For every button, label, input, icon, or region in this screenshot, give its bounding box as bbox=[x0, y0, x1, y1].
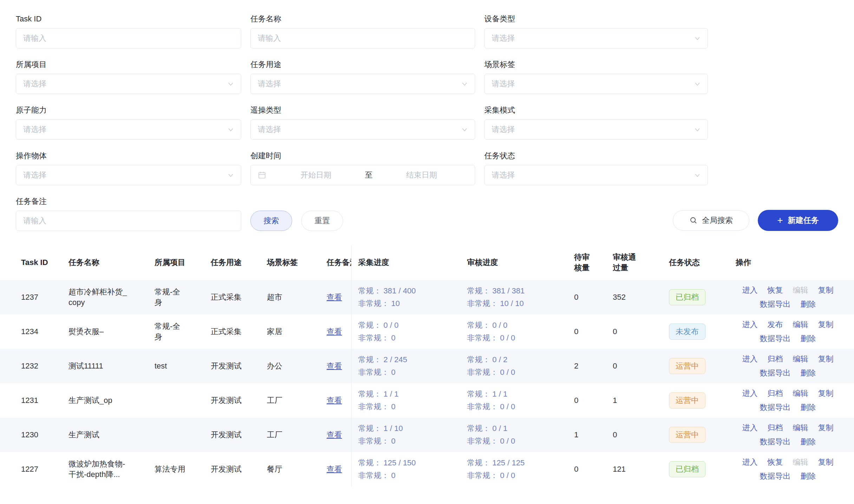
cell-approved-count: 121 bbox=[613, 464, 669, 475]
action-link[interactable]: 归档 bbox=[768, 354, 783, 364]
create-time-range-picker[interactable]: 开始日期 至 结束日期 bbox=[250, 165, 475, 185]
action-link[interactable]: 进入 bbox=[742, 388, 758, 399]
cell-pending-count: 0 bbox=[574, 395, 613, 406]
action-link[interactable]: 进入 bbox=[742, 285, 758, 296]
filter-task-status: 任务状态 请选择 bbox=[484, 151, 708, 185]
atomic-ability-select[interactable]: 请选择 bbox=[16, 119, 241, 140]
cell-project: 算法专用 bbox=[155, 464, 211, 475]
cell-review-progress: 常规： 125 / 125非常规： 0 / 0 bbox=[467, 457, 574, 482]
filter-task-name: 任务名称 bbox=[250, 14, 475, 48]
view-remark-link[interactable]: 查看 bbox=[327, 292, 342, 303]
action-link[interactable]: 数据导出 bbox=[760, 333, 791, 344]
view-remark-link[interactable]: 查看 bbox=[327, 430, 342, 440]
cell-task-name: 测试11111 bbox=[68, 361, 155, 371]
purpose-select[interactable]: 请选择 bbox=[250, 74, 475, 94]
table-body: 1237 超市冷鲜柜补货_copy 常规-全身 正式采集 超市 查看 常规： 3… bbox=[0, 280, 854, 486]
action-link[interactable]: 复制 bbox=[818, 354, 834, 364]
action-link[interactable]: 复制 bbox=[818, 388, 834, 399]
cell-collect-progress: 常规： 381 / 400非常规： 10 bbox=[358, 285, 467, 310]
filter-label: 原子能力 bbox=[16, 105, 241, 115]
cell-purpose: 正式采集 bbox=[211, 292, 267, 303]
view-remark-link[interactable]: 查看 bbox=[327, 361, 342, 371]
teleop-type-select[interactable]: 请选择 bbox=[250, 119, 475, 140]
action-link[interactable]: 删除 bbox=[801, 437, 816, 447]
reset-button[interactable]: 重置 bbox=[301, 211, 343, 231]
create-task-button[interactable]: + 新建任务 bbox=[758, 210, 838, 231]
cell-collect-progress: 常规： 125 / 150非常规： 0 bbox=[358, 457, 467, 482]
action-link[interactable]: 恢复 bbox=[768, 285, 783, 296]
table-row: 1230 生产测试 开发测试 工厂 查看 常规： 1 / 10非常规： 0 常规… bbox=[0, 418, 854, 452]
action-link[interactable]: 编辑 bbox=[793, 423, 808, 433]
status-badge: 已归档 bbox=[669, 461, 705, 477]
cell-actions: 进入恢复编辑复制数据导出删除 bbox=[736, 285, 847, 310]
view-remark-link[interactable]: 查看 bbox=[327, 395, 342, 406]
cell-approved-count: 0 bbox=[613, 326, 669, 337]
action-link[interactable]: 进入 bbox=[742, 457, 758, 467]
view-remark-link[interactable]: 查看 bbox=[327, 326, 342, 337]
action-link[interactable]: 删除 bbox=[801, 368, 816, 378]
cell-approved-count: 352 bbox=[613, 292, 669, 303]
action-link[interactable]: 恢复 bbox=[768, 457, 783, 467]
action-link[interactable]: 数据导出 bbox=[760, 402, 791, 413]
global-search-button[interactable]: 全局搜索 bbox=[673, 210, 749, 231]
filter-label: 场景标签 bbox=[484, 60, 708, 69]
action-link[interactable]: 归档 bbox=[768, 423, 783, 433]
search-button[interactable]: 搜索 bbox=[250, 211, 292, 231]
task-id-input[interactable] bbox=[23, 34, 234, 43]
table-row: 1227 微波炉加热食物-干扰-depth降... 算法专用 开发测试 餐厅 查… bbox=[0, 452, 854, 486]
scene-tag-select[interactable]: 请选择 bbox=[484, 74, 708, 94]
filter-task-remark: 任务备注 bbox=[16, 197, 241, 231]
cell-task-name: 超市冷鲜柜补货_copy bbox=[68, 287, 155, 308]
cell-review-progress: 常规： 0 / 0非常规： 0 / 0 bbox=[467, 319, 574, 344]
action-link[interactable]: 删除 bbox=[801, 402, 816, 413]
cell-scene: 办公 bbox=[267, 361, 327, 371]
action-link[interactable]: 数据导出 bbox=[760, 471, 791, 482]
action-link[interactable]: 复制 bbox=[818, 457, 834, 467]
action-link[interactable]: 复制 bbox=[818, 423, 834, 433]
action-link[interactable]: 进入 bbox=[742, 423, 758, 433]
start-date-placeholder[interactable]: 开始日期 bbox=[270, 170, 362, 180]
action-link[interactable]: 发布 bbox=[768, 319, 783, 330]
col-header-status: 任务状态 bbox=[669, 257, 736, 268]
action-link[interactable]: 删除 bbox=[801, 471, 816, 482]
project-select[interactable]: 请选择 bbox=[16, 74, 241, 94]
cell-review-progress: 常规： 381 / 381非常规： 10 / 10 bbox=[467, 285, 574, 310]
action-link[interactable]: 编辑 bbox=[793, 319, 808, 330]
operate-object-select[interactable]: 请选择 bbox=[16, 165, 241, 185]
action-link[interactable]: 复制 bbox=[818, 319, 834, 330]
action-link[interactable]: 归档 bbox=[768, 388, 783, 399]
chevron-down-icon bbox=[694, 81, 701, 87]
action-link[interactable]: 进入 bbox=[742, 354, 758, 364]
action-link[interactable]: 编辑 bbox=[793, 388, 808, 399]
device-type-select[interactable]: 请选择 bbox=[484, 28, 708, 48]
action-link[interactable]: 删除 bbox=[801, 333, 816, 344]
filter-collect-mode: 采集模式 请选择 bbox=[484, 105, 708, 140]
task-remark-input[interactable] bbox=[23, 216, 234, 225]
cell-project: 常规-全身 bbox=[155, 321, 211, 342]
cell-approved-count: 1 bbox=[613, 395, 669, 406]
action-link[interactable]: 复制 bbox=[818, 285, 834, 296]
task-status-select[interactable]: 请选择 bbox=[484, 165, 708, 185]
action-link[interactable]: 进入 bbox=[742, 319, 758, 330]
cell-status: 运营中 bbox=[669, 358, 736, 374]
task-name-input[interactable] bbox=[258, 34, 468, 43]
status-badge: 已归档 bbox=[669, 289, 705, 305]
action-link[interactable]: 数据导出 bbox=[760, 368, 791, 378]
cell-actions: 进入发布编辑复制数据导出删除 bbox=[736, 319, 847, 344]
collect-mode-select[interactable]: 请选择 bbox=[484, 119, 708, 140]
action-link[interactable]: 数据导出 bbox=[760, 437, 791, 447]
col-header-task-name: 任务名称 bbox=[68, 257, 155, 268]
chevron-down-icon bbox=[228, 172, 234, 178]
end-date-placeholder[interactable]: 结束日期 bbox=[375, 170, 468, 180]
action-link[interactable]: 删除 bbox=[801, 299, 816, 310]
view-remark-link[interactable]: 查看 bbox=[327, 464, 342, 475]
cell-remark: 查看 bbox=[327, 464, 351, 475]
cell-scene: 工厂 bbox=[267, 395, 327, 406]
chevron-down-icon bbox=[228, 126, 234, 133]
cell-actions: 进入归档编辑复制数据导出删除 bbox=[736, 423, 847, 447]
cell-approved-count: 0 bbox=[613, 430, 669, 440]
action-link[interactable]: 编辑 bbox=[793, 354, 808, 364]
cell-scene: 家居 bbox=[267, 326, 327, 337]
action-link[interactable]: 数据导出 bbox=[760, 299, 791, 310]
global-search-label: 全局搜索 bbox=[702, 215, 733, 226]
